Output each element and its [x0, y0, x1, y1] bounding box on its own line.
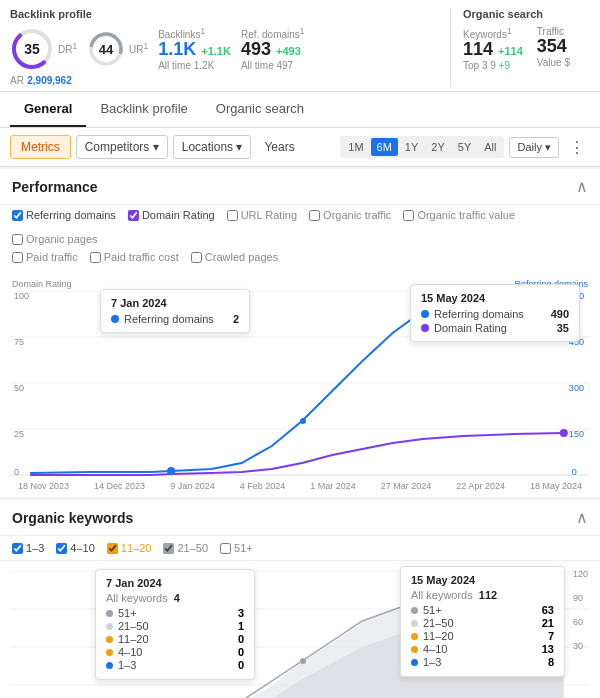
time-buttons: 1M 6M 1Y 2Y 5Y All — [340, 136, 504, 158]
ar-label: AR — [10, 75, 24, 86]
svg-text:50: 50 — [14, 383, 24, 393]
time-5y[interactable]: 5Y — [452, 138, 477, 156]
performance-title: Performance — [12, 179, 98, 195]
time-6m[interactable]: 6M — [371, 138, 398, 156]
cb-crawled-pages[interactable]: Crawled pages — [191, 251, 278, 263]
ok-collapse[interactable]: ∧ — [576, 508, 588, 527]
locations-dropdown[interactable]: Locations ▾ — [173, 135, 252, 159]
ref-domains-metric: Ref. domains1 493 +493 All time 497 — [241, 26, 305, 71]
performance-chart: Domain Rating Referring domains 100 75 5… — [0, 269, 600, 479]
cb-referring-domains[interactable]: Referring domains — [12, 209, 116, 221]
perf-tooltip-1: 7 Jan 2024 Referring domains 2 — [100, 289, 250, 333]
ok-checkboxes: 1–3 4–10 11–20 21–50 51+ — [0, 536, 600, 561]
svg-text:300: 300 — [569, 383, 584, 393]
organic-keywords-title: Organic keywords — [12, 510, 133, 526]
cb-paid-traffic-cost[interactable]: Paid traffic cost — [90, 251, 179, 263]
ur-value: 44 — [99, 41, 113, 56]
ok-tooltip-2: 15 May 2024 All keywords 112 51+ 63 21–5… — [400, 566, 565, 677]
svg-text:0: 0 — [14, 467, 19, 476]
svg-point-21 — [560, 429, 568, 437]
cb-domain-rating[interactable]: Domain Rating — [128, 209, 215, 221]
ur-circle: 44 — [87, 30, 125, 68]
svg-text:150: 150 — [569, 429, 584, 439]
ur-label: UR1 — [129, 41, 148, 55]
perf-tooltip-2: 15 May 2024 Referring domains 490 Domain… — [410, 284, 580, 342]
svg-text:75: 75 — [14, 337, 24, 347]
nav-tabs: General Backlink profile Organic search — [0, 92, 600, 128]
time-all[interactable]: All — [478, 138, 502, 156]
dr-circle: 35 — [10, 27, 54, 71]
cb-organic-pages[interactable]: Organic pages — [12, 233, 98, 245]
time-1m[interactable]: 1M — [342, 138, 369, 156]
perf-x-labels: 18 Nov 2023 14 Dec 2023 9 Jan 2024 4 Feb… — [0, 479, 600, 497]
traffic-metric: Traffic 354 Value $ — [537, 26, 570, 71]
organic-keywords-section: Organic keywords ∧ 1–3 4–10 11–20 21–50 … — [0, 500, 600, 698]
time-1y[interactable]: 1Y — [399, 138, 424, 156]
cb-organic-traffic[interactable]: Organic traffic — [309, 209, 391, 221]
cb-4-10[interactable]: 4–10 — [56, 542, 94, 554]
ok-tooltip-1: 7 Jan 2024 All keywords 4 51+ 3 21–50 1 … — [95, 569, 255, 680]
backlink-profile-title: Backlink profile — [10, 8, 438, 20]
cb-paid-traffic[interactable]: Paid traffic — [12, 251, 78, 263]
performance-collapse[interactable]: ∧ — [576, 177, 588, 196]
perf-checkboxes-row2: Paid traffic Paid traffic cost Crawled p… — [0, 249, 600, 269]
time-2y[interactable]: 2Y — [425, 138, 450, 156]
organic-search-title: Organic search — [463, 8, 590, 20]
cb-url-rating[interactable]: URL Rating — [227, 209, 297, 221]
cb-21-50[interactable]: 21–50 — [163, 542, 208, 554]
tab-organic-search[interactable]: Organic search — [202, 92, 318, 127]
competitors-dropdown[interactable]: Competitors ▾ — [76, 135, 168, 159]
daily-dropdown[interactable]: Daily ▾ — [509, 137, 559, 158]
tab-backlink-profile[interactable]: Backlink profile — [86, 92, 201, 127]
tab-general[interactable]: General — [10, 92, 86, 127]
ar-value: 2,909,962 — [27, 75, 72, 86]
svg-point-19 — [167, 467, 175, 475]
cb-51plus[interactable]: 51+ — [220, 542, 253, 554]
keywords-metric: Keywords1 114 +114 Top 3 9 +9 — [463, 26, 523, 71]
svg-text:25: 25 — [14, 429, 24, 439]
perf-checkboxes: Referring domains Domain Rating URL Rati… — [0, 204, 600, 249]
cb-1-3[interactable]: 1–3 — [12, 542, 44, 554]
ok-chart: 120 90 60 30 — [0, 561, 600, 698]
y-left-label: Domain Rating — [12, 279, 72, 289]
cb-organic-traffic-value[interactable]: Organic traffic value — [403, 209, 515, 221]
performance-section: Performance ∧ Referring domains Domain R… — [0, 169, 600, 497]
metrics-button[interactable]: Metrics — [10, 135, 71, 159]
svg-point-34 — [300, 658, 306, 664]
more-options[interactable]: ⋮ — [564, 136, 590, 159]
svg-text:0: 0 — [572, 467, 577, 476]
toolbar: Metrics Competitors ▾ Locations ▾ Years … — [0, 128, 600, 167]
years-button[interactable]: Years — [256, 136, 302, 158]
svg-text:100: 100 — [14, 291, 29, 301]
cb-11-20[interactable]: 11–20 — [107, 542, 152, 554]
dr-value: 35 — [24, 41, 40, 57]
backlinks-metric: Backlinks1 1.1K +1.1K All time 1.2K — [158, 26, 231, 71]
dr-label: DR1 — [58, 41, 77, 55]
svg-point-22 — [300, 418, 306, 424]
